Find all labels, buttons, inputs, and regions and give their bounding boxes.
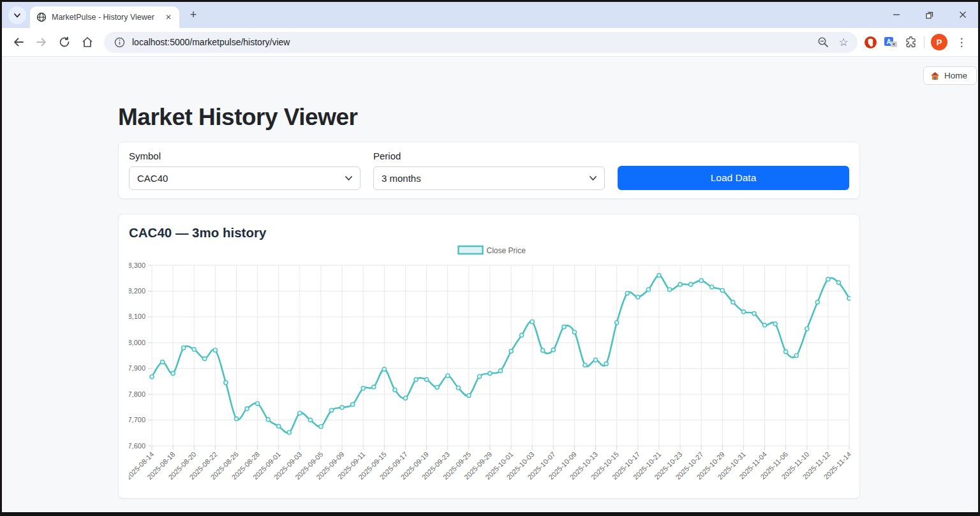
- tab-search-button[interactable]: [8, 6, 26, 24]
- back-arrow-icon: [12, 36, 25, 48]
- svg-text:8,200: 8,200: [129, 287, 145, 295]
- magnifier-minus-icon: [817, 36, 829, 48]
- browser-toolbar: localhost:5000/marketpulse/history/view …: [2, 28, 978, 56]
- symbol-field-group: Symbol CAC40: [129, 151, 360, 190]
- svg-text:8,000: 8,000: [129, 339, 145, 346]
- new-tab-button[interactable]: +: [184, 6, 202, 24]
- svg-text:7,900: 7,900: [129, 364, 145, 372]
- history-chart[interactable]: 7,6007,7007,8007,9008,0008,1008,2008,300…: [129, 243, 850, 492]
- svg-text:7,800: 7,800: [129, 390, 145, 398]
- browser-menu-icon[interactable]: ⋮: [954, 36, 969, 49]
- forward-arrow-icon: [35, 36, 48, 48]
- period-select[interactable]: 3 months: [373, 166, 605, 190]
- address-bar[interactable]: localhost:5000/marketpulse/history/view …: [104, 32, 858, 53]
- svg-text:A: A: [886, 38, 891, 45]
- zoom-button[interactable]: [815, 34, 831, 50]
- minimize-button[interactable]: [887, 6, 905, 24]
- extensions-puzzle-icon[interactable]: [904, 36, 917, 49]
- svg-text:7,600: 7,600: [129, 442, 145, 450]
- info-icon: [114, 37, 125, 48]
- site-info-icon[interactable]: [112, 34, 127, 50]
- symbol-select[interactable]: CAC40: [129, 166, 360, 190]
- home-icon: [81, 36, 94, 48]
- home-button-label: Home: [944, 71, 967, 80]
- query-form-card: Symbol CAC40 Period 3 months: [118, 142, 860, 199]
- browser-tab[interactable]: MarketPulse - History Viewer ✕: [30, 6, 179, 28]
- page-title: Market History Viewer: [118, 104, 860, 131]
- period-field-group: Period 3 months: [373, 151, 605, 190]
- globe-favicon-icon: [36, 12, 47, 22]
- tab-title: MarketPulse - History Viewer: [52, 13, 158, 22]
- toolbar-separator: [924, 36, 924, 48]
- back-button[interactable]: [8, 32, 29, 52]
- forward-button[interactable]: [31, 32, 52, 52]
- reload-button[interactable]: [54, 32, 75, 52]
- url-text[interactable]: localhost:5000/marketpulse/history/view: [132, 37, 810, 47]
- extensions-area: A ✕ P ⋮: [864, 34, 972, 50]
- close-icon: [959, 11, 967, 18]
- svg-text:7,700: 7,700: [129, 416, 145, 424]
- chevron-down-icon: [13, 11, 21, 19]
- tab-strip: MarketPulse - History Viewer ✕ +: [2, 2, 978, 28]
- load-data-button[interactable]: Load Data: [618, 166, 849, 190]
- house-icon: [930, 71, 940, 80]
- reload-icon: [58, 36, 71, 48]
- svg-text:8,100: 8,100: [129, 313, 145, 320]
- window-controls: [887, 6, 972, 24]
- profile-avatar[interactable]: P: [931, 34, 947, 50]
- svg-text:8,300: 8,300: [129, 262, 145, 269]
- load-button-group: Load Data: [618, 151, 849, 190]
- minimize-icon: [893, 11, 900, 18]
- adblock-extension-icon[interactable]: [864, 36, 877, 49]
- tab-close-icon[interactable]: ✕: [163, 11, 174, 23]
- symbol-label: Symbol: [129, 151, 360, 161]
- svg-text:✕: ✕: [892, 41, 896, 47]
- bookmark-star-icon[interactable]: ☆: [836, 34, 851, 50]
- svg-text:Close Price: Close Price: [487, 246, 526, 255]
- chart-body: 7,6007,7007,8007,9008,0008,1008,2008,300…: [129, 243, 849, 494]
- close-window-button[interactable]: [954, 6, 972, 24]
- chart-title: CAC40 — 3mo history: [129, 225, 849, 240]
- translate-extension-icon[interactable]: A ✕: [884, 35, 898, 49]
- period-label: Period: [373, 151, 605, 161]
- restore-icon: [925, 10, 934, 19]
- restore-button[interactable]: [921, 6, 939, 24]
- home-nav-button[interactable]: [77, 32, 98, 52]
- page-viewport: Home Market History Viewer Symbol CAC40: [2, 56, 978, 512]
- browser-window: MarketPulse - History Viewer ✕ +: [0, 0, 980, 516]
- home-button[interactable]: Home: [923, 66, 977, 85]
- chart-card: CAC40 — 3mo history 7,6007,7007,8007,900…: [118, 214, 860, 499]
